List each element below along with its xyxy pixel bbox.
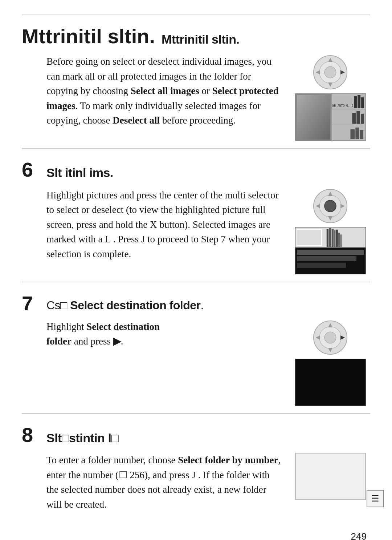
step5-hist2	[332, 109, 366, 125]
svg-rect-11	[356, 111, 360, 124]
step5-body: Before going on select or deselect indiv…	[46, 54, 290, 128]
step7-title-prefix: Cs□	[46, 299, 67, 312]
svg-rect-12	[361, 114, 364, 124]
step5-screen-right: WB AUTO 0, 0	[332, 94, 366, 140]
step7-bold2: folder	[46, 336, 72, 347]
svg-rect-27	[336, 229, 338, 246]
svg-rect-10	[352, 113, 356, 124]
step7-images	[290, 319, 370, 406]
svg-rect-26	[334, 230, 335, 246]
step6-content: Highlight pictures and press the center …	[22, 188, 370, 274]
step7-arrow: ▶	[113, 336, 121, 347]
svg-rect-13	[350, 129, 355, 140]
svg-rect-24	[329, 228, 331, 247]
svg-point-32	[324, 332, 336, 343]
step8-body1: To enter a folder number, choose	[46, 455, 178, 466]
step5-bold1: Select all images	[131, 85, 199, 96]
step7-end: .	[121, 336, 123, 347]
step8-body: To enter a folder number, choose Select …	[46, 453, 290, 512]
step5-hist3	[332, 125, 366, 141]
svg-rect-9	[361, 97, 364, 108]
step6-section: 6 Slt itinl ims. Highlight pictures and …	[22, 148, 370, 281]
step7-header: 7 Cs□ Select destination folder.	[22, 293, 370, 314]
step7-title-bold: Select destination folder	[70, 299, 200, 312]
step5-bold3: Deselect all	[113, 115, 160, 126]
step8-number: 8	[22, 425, 40, 445]
svg-point-2	[324, 67, 336, 78]
step7-screen	[295, 359, 366, 406]
step7-title-end: .	[200, 299, 203, 312]
step7-body3: and press	[72, 336, 113, 347]
step7-section: 7 Cs□ Select destination folder. Highlig…	[22, 282, 370, 413]
svg-rect-7	[354, 96, 357, 108]
step7-content: Highlight Select destinationfolder and p…	[22, 319, 370, 406]
svg-rect-29	[340, 234, 342, 247]
step6-number: 6	[22, 160, 40, 180]
step5-header: Mttrinitil sltin. Mttrinitil sltin.	[22, 26, 370, 48]
step8-header: 8 Slt□stintin l□	[22, 425, 370, 447]
step5-body2: or	[199, 85, 212, 96]
svg-point-18	[324, 200, 336, 212]
step5-title: Mttrinitil sltin.	[162, 26, 239, 48]
step6-hist-area	[295, 227, 366, 247]
step6-dial	[312, 188, 348, 224]
step5-number: Mttrinitil sltin.	[22, 26, 155, 47]
step6-gray-bars	[295, 247, 366, 274]
step8-content: To enter a folder number, choose Select …	[22, 453, 370, 512]
step6-title: Slt itinl ims.	[46, 160, 113, 182]
page-number: 249	[22, 530, 370, 540]
step8-bold1: Select folder by number	[178, 455, 278, 466]
svg-rect-8	[358, 95, 360, 108]
step7-body1: Highlight	[46, 321, 86, 332]
step8-screen	[295, 453, 366, 500]
step6-body: Highlight pictures and press the center …	[46, 188, 290, 262]
step5-body4: before proceeding.	[160, 115, 236, 126]
svg-rect-23	[326, 229, 328, 246]
menu-icon-symbol: ☰	[371, 492, 379, 505]
step7-bold1: Select destination	[86, 321, 160, 332]
wb-label: WB AUTO 0, 0	[332, 104, 354, 108]
svg-rect-15	[360, 130, 363, 140]
step5-screen-left	[295, 94, 332, 141]
step5-screen: WB AUTO 0, 0	[295, 93, 366, 141]
step5-hist1: WB AUTO 0, 0	[332, 94, 366, 109]
step5-images: WB AUTO 0, 0	[290, 54, 370, 141]
step7-title: Cs□ Select destination folder.	[46, 293, 204, 314]
step7-body: Highlight Select destinationfolder and p…	[46, 319, 290, 349]
step5-section: Mttrinitil sltin. Mttrinitil sltin. Befo…	[22, 15, 370, 148]
step7-dial	[312, 319, 348, 356]
step6-images	[290, 188, 370, 274]
step6-screen	[295, 227, 366, 274]
step6-header: 6 Slt itinl ims.	[22, 160, 370, 182]
step5-dial	[312, 54, 348, 90]
svg-rect-28	[338, 233, 339, 247]
menu-icon: ☰	[367, 490, 384, 507]
svg-rect-14	[355, 128, 359, 140]
step5-content: Before going on select or deselect indiv…	[22, 54, 370, 141]
step8-section: 8 Slt□stintin l□ To enter a folder numbe…	[22, 413, 370, 519]
step8-title: Slt□stintin l□	[46, 425, 118, 447]
step7-number: 7	[22, 293, 40, 314]
svg-rect-25	[331, 229, 333, 246]
step8-images	[290, 453, 370, 500]
